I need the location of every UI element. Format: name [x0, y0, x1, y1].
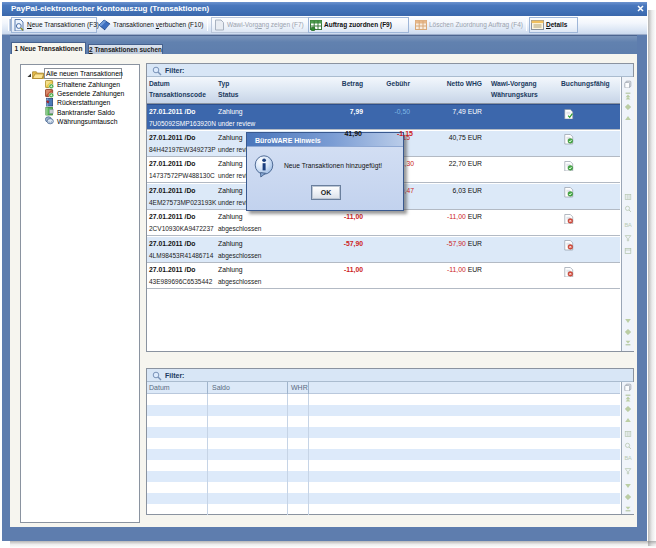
svg-text:BA: BA [624, 222, 632, 228]
svg-text:BA: BA [624, 455, 632, 461]
